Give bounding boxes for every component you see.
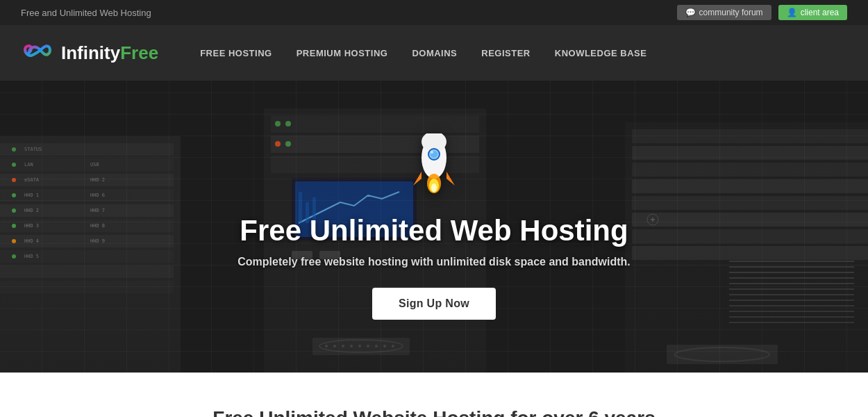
svg-rect-7 (0, 220, 174, 232)
svg-rect-4 (0, 174, 174, 186)
hero-title: Free Unlimited Web Hosting (237, 214, 630, 247)
svg-rect-68 (632, 246, 868, 260)
svg-rect-11 (0, 281, 174, 293)
svg-rect-8 (0, 235, 174, 247)
svg-point-57 (375, 345, 378, 348)
svg-text:LAN: LAN (24, 162, 33, 167)
svg-rect-49 (312, 338, 410, 355)
svg-text:HHD 6: HHD 6 (90, 193, 105, 198)
svg-rect-6 (0, 204, 174, 217)
svg-text:HHD 2: HHD 2 (90, 177, 105, 183)
bottom-title: Free Unlimited Website Hosting for over … (21, 407, 847, 417)
svg-text:HHD 8: HHD 8 (90, 223, 105, 229)
svg-point-58 (383, 345, 386, 348)
svg-rect-63 (632, 163, 868, 177)
svg-point-51 (325, 345, 328, 348)
svg-point-15 (12, 193, 16, 197)
svg-rect-1 (0, 136, 181, 373)
nav-link-domains[interactable]: DOMAINS (412, 48, 457, 58)
svg-text:HHD 5: HHD 5 (24, 254, 39, 259)
svg-text:USB: USB (90, 162, 99, 167)
nav-link-free-hosting[interactable]: FREE HOSTING (200, 48, 272, 58)
svg-rect-10 (0, 265, 174, 278)
community-forum-button[interactable]: 💬 community forum (677, 5, 771, 20)
svg-rect-84 (667, 345, 778, 364)
svg-rect-35 (271, 115, 479, 133)
svg-text:HHD 9: HHD 9 (90, 238, 105, 244)
svg-point-46 (285, 121, 291, 126)
svg-point-45 (275, 121, 281, 126)
svg-point-19 (12, 254, 16, 259)
svg-rect-66 (632, 213, 868, 227)
svg-text:STATUS: STATUS (24, 147, 42, 152)
svg-rect-60 (625, 122, 868, 373)
svg-point-53 (342, 345, 344, 348)
client-area-button[interactable]: 👤 client area (778, 5, 847, 20)
top-bar: Free and Unlimited Web Hosting 💬 communi… (0, 0, 868, 25)
logo-text: InfinityFree (61, 42, 158, 64)
svg-point-16 (12, 208, 16, 213)
nav-item-free-hosting[interactable]: FREE HOSTING (200, 47, 272, 59)
svg-text:HHD 2: HHD 2 (24, 208, 39, 213)
svg-text:HHD 4: HHD 4 (24, 238, 39, 244)
svg-rect-65 (632, 196, 868, 210)
nav-item-register[interactable]: REGISTER (481, 47, 530, 59)
svg-point-17 (12, 224, 16, 228)
svg-point-54 (350, 345, 353, 348)
top-bar-actions: 💬 community forum 👤 client area (677, 5, 847, 20)
svg-text:eSATA: eSATA (24, 177, 40, 183)
nav-link-premium-hosting[interactable]: PREMIUM HOSTING (297, 48, 388, 58)
svg-point-50 (319, 340, 403, 352)
rocket-icon (237, 133, 630, 207)
svg-point-94 (431, 183, 437, 192)
svg-rect-67 (632, 229, 868, 243)
nav-link-knowledge-base[interactable]: KNOWLEDGE BASE (555, 48, 647, 58)
svg-rect-5 (0, 189, 174, 202)
svg-text:HHD 3: HHD 3 (24, 223, 39, 229)
hero-subtitle: Completely free website hosting with unl… (237, 256, 630, 268)
svg-point-59 (392, 345, 394, 348)
svg-rect-64 (632, 179, 868, 193)
nav-links: FREE HOSTING PREMIUM HOSTING DOMAINS REG… (200, 47, 646, 59)
nav-item-knowledge-base[interactable]: KNOWLEDGE BASE (555, 47, 647, 59)
svg-rect-3 (0, 158, 174, 171)
svg-point-81 (647, 214, 658, 225)
svg-point-56 (367, 345, 369, 348)
nav-item-premium-hosting[interactable]: PREMIUM HOSTING (297, 47, 388, 59)
svg-point-18 (12, 239, 16, 243)
hero-section: STATUS LAN eSATA HHD 1 HHD 2 HHD 3 HHD 4… (0, 81, 868, 373)
svg-point-55 (358, 345, 361, 348)
hero-content: Free Unlimited Web Hosting Completely fr… (237, 133, 630, 320)
navbar: InfinityFree FREE HOSTING PREMIUM HOSTIN… (0, 25, 868, 81)
chat-icon: 💬 (685, 8, 696, 17)
svg-text:HHD 1: HHD 1 (24, 193, 39, 198)
svg-point-12 (12, 147, 16, 152)
svg-rect-2 (0, 143, 174, 156)
svg-point-13 (12, 163, 16, 167)
nav-link-register[interactable]: REGISTER (481, 48, 530, 58)
svg-point-85 (675, 348, 769, 361)
svg-point-91 (431, 151, 433, 154)
bottom-section: Free Unlimited Website Hosting for over … (0, 373, 868, 417)
svg-text:HHD 7: HHD 7 (90, 208, 105, 213)
svg-rect-61 (632, 129, 868, 143)
tagline: Free and Unlimited Web Hosting (21, 8, 151, 18)
svg-rect-9 (0, 250, 174, 263)
logo-link[interactable]: InfinityFree (21, 42, 158, 64)
nav-item-domains[interactable]: DOMAINS (412, 47, 457, 59)
user-icon: 👤 (787, 8, 797, 17)
svg-point-14 (12, 178, 16, 182)
svg-rect-62 (632, 146, 868, 160)
signup-button[interactable]: Sign Up Now (372, 288, 496, 320)
svg-point-52 (333, 345, 336, 348)
infinity-logo-icon (21, 42, 54, 63)
